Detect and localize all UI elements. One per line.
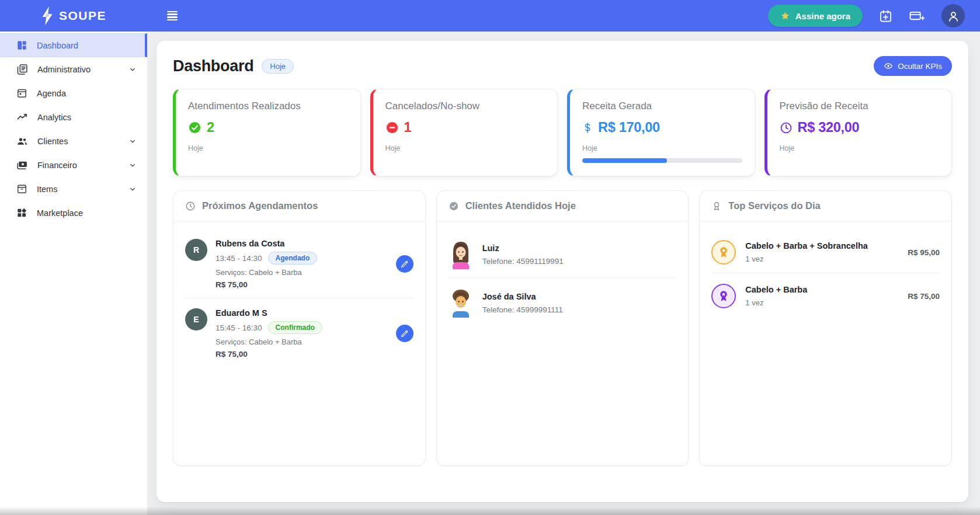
calendar-icon [16,88,27,99]
appointment-time: 13:45 - 14:30 [216,254,262,263]
sidebar-item-marketplace[interactable]: Marketplace [0,201,147,225]
divider [449,277,677,278]
sidebar-item-label: Agenda [37,89,66,98]
medal-icon [711,201,722,211]
trend-line-icon [16,112,28,123]
status-badge: Agendado [268,252,318,265]
sidebar-item-clientes[interactable]: Clientes [0,129,147,153]
divider [185,298,413,299]
hide-kpis-label: Ocultar KPIs [898,62,942,71]
sidebar-item-label: Dashboard [37,41,78,50]
chevron-down-icon [128,161,137,169]
card-add-icon [909,9,925,23]
client-avatar [449,240,473,269]
divider [711,273,940,273]
widgets-icon [16,207,27,218]
client-phone: Telefone: 45991119991 [482,257,564,266]
service-name: Cabelo + Barba + Sobrancelha [745,241,898,250]
sidebar-item-analytics[interactable]: Analytics [0,105,147,129]
brand-name: SOUPE [59,9,106,23]
card-add-button[interactable] [909,9,925,23]
sidebar-item-label: Clientes [37,137,68,146]
clock-icon [780,121,793,134]
pencil-icon [401,329,409,337]
kpi-card-previsao: Previsão de Receita R$ 320,00 Hoje [764,89,953,176]
kpi-period: Hoje [780,144,940,152]
service-row: Cabelo + Barba 1 vez R$ 75,00 [711,283,940,316]
panel-grid: Próximos Agendamentos R Rubens da Costa … [173,190,952,466]
subscribe-button[interactable]: Assine agora [768,5,863,27]
sidebar-item-label: Analytics [37,113,71,122]
sidebar-item-financeiro[interactable]: Financeiro [0,153,147,177]
dashboard-icon [16,40,27,51]
brand: SOUPE [0,6,147,25]
appointment-services: Serviços: Cabelo + Barba [216,268,388,277]
people-icon [16,135,28,147]
client-row: José da Silva Telefone: 45999991111 [449,287,677,326]
sidebar-item-items[interactable]: Items [0,177,147,201]
period-badge: Hoje [262,59,294,74]
client-avatar [449,288,473,318]
chevron-down-icon [128,185,137,193]
calendar-add-icon [879,9,892,23]
service-price: R$ 95,00 [908,248,940,257]
client-row: Luiz Telefone: 45991119991 [449,239,677,277]
appointment-price: R$ 75,00 [216,350,388,359]
calendar-add-button[interactable] [879,9,892,23]
kpi-value: R$ 320,00 [798,120,860,135]
eye-icon [884,61,893,71]
panel-body: Cabelo + Barba + Sobrancelha 1 vez R$ 95… [700,221,951,328]
kpi-title: Atendimentos Realizados [188,100,348,112]
sidebar-item-agenda[interactable]: Agenda [0,81,147,105]
panel-header: Top Serviços do Dia [700,191,951,221]
edit-appointment-button[interactable] [396,255,413,273]
box-icon [16,183,27,194]
avatar: E [185,308,207,330]
kpi-card-cancelados: Cancelados/No-show 1 Hoje [370,89,558,176]
panel-header: Clientes Atendidos Hoje [437,191,689,221]
revenue-progress-fill [582,158,667,163]
kpi-value: 2 [207,120,214,135]
sidebar-item-administrativo[interactable]: Administrativo [0,57,147,81]
appointment-client-name: Eduardo M S [216,308,388,318]
edit-appointment-button[interactable] [396,325,413,342]
sidebar-item-dashboard[interactable]: Dashboard [0,33,147,57]
kpi-title: Receita Gerada [582,100,742,112]
dollar-icon [582,121,593,134]
person-icon [947,9,960,23]
sidebar-item-label: Marketplace [37,208,83,218]
purple-medal-icon [711,284,736,308]
main-area: Dashboard Hoje Ocultar KPIs Atendimentos… [147,32,980,515]
client-phone: Telefone: 45999991111 [482,305,563,314]
check-circle-icon [188,121,201,134]
revenue-progress-bar [582,158,742,163]
sidebar-item-label: Financeiro [37,161,77,170]
panel-header: Próximos Agendamentos [173,191,425,221]
soupe-logo-icon [41,6,55,25]
sidebar-item-label: Administrativo [37,65,91,74]
appointment-services: Serviços: Cabelo + Barba [216,337,388,346]
appointment-client-name: Rubens da Costa [216,239,388,248]
panel-proximos-agendamentos: Próximos Agendamentos R Rubens da Costa … [173,190,426,466]
appointment-row: E Eduardo M S 15:45 - 16:30 Confirmado S… [185,308,413,359]
pencil-icon [401,260,409,268]
status-badge: Confirmado [268,321,322,334]
user-avatar[interactable] [941,4,965,27]
appointment-time: 15:45 - 16:30 [216,323,262,332]
chevron-down-icon [128,137,137,145]
panel-title: Próximos Agendamentos [202,200,318,211]
panel-title: Top Serviços do Dia [728,200,820,211]
check-circle-icon [449,201,459,211]
chevron-down-icon [128,65,137,74]
header-actions: Assine agora [768,4,980,27]
sidebar-item-label: Items [37,185,57,194]
hamburger-icon [167,11,178,21]
kpi-period: Hoje [582,144,742,152]
money-icon [16,159,28,171]
hide-kpis-button[interactable]: Ocultar KPIs [874,56,952,76]
dashboard-container: Dashboard Hoje Ocultar KPIs Atendimentos… [157,41,968,502]
client-name: José da Silva [482,292,563,301]
sidebar-toggle-button[interactable] [164,8,181,25]
service-count: 1 vez [745,298,898,307]
kpi-card-atendimentos: Atendimentos Realizados 2 Hoje [173,89,361,176]
